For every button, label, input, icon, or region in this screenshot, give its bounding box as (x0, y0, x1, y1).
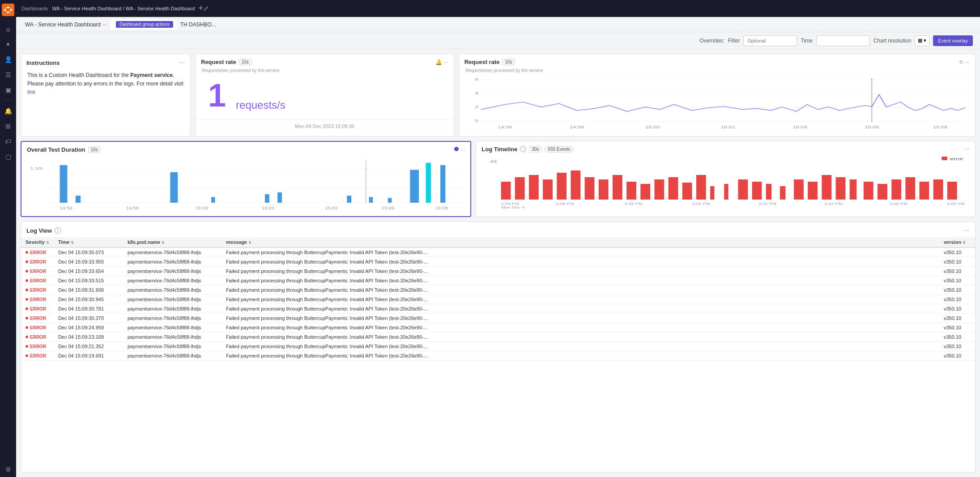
subnav-item-th[interactable]: TH DASHBO... (177, 20, 220, 30)
subnav-item-dashboard[interactable]: WA - Service Health Dashboard ··· (21, 20, 111, 30)
time-input[interactable] (816, 35, 870, 46)
svg-text:3:06 PM: 3:06 PM (890, 202, 908, 206)
sort-icon-severity: ⇅ (46, 241, 49, 245)
dots-icon[interactable]: ··· (444, 59, 448, 65)
request-rate-small-subtitle: Requests/sec processed by the service (196, 68, 454, 73)
overall-test-svg: 1.1m (25, 156, 467, 212)
table-row[interactable]: ERROR Dec 04 15:09:24.959 paymentservice… (21, 323, 975, 332)
monitor-icon[interactable]: ▣ (2, 84, 14, 96)
request-rate-timestamp: Mon 04 Dec 2023 15:09:30 (196, 119, 454, 132)
spark-icon[interactable]: ✦ (2, 38, 14, 51)
log-timeline-dots[interactable]: ··· (964, 145, 970, 153)
svg-rect-42 (515, 177, 525, 200)
svg-text:15:06: 15:06 (865, 125, 879, 129)
cell-pod: paymentservice-76d4c58f88-lhdjs (123, 257, 222, 267)
alert-icon[interactable]: 🔔 (2, 105, 14, 117)
log-view-dots[interactable]: ··· (964, 226, 970, 234)
svg-rect-53 (669, 177, 678, 200)
col-header-message[interactable]: message ⇅ (222, 237, 939, 247)
cell-version: v350.10 (939, 285, 975, 295)
cell-message: Failed payment processing through Butter… (222, 285, 939, 295)
col-header-pod[interactable]: k8s.pod.name ⇅ (123, 237, 222, 247)
request-rate-chart-header: Request rate 10s ↻ ··· (459, 54, 975, 68)
table-row[interactable]: ERROR Dec 04 15:09:35.073 paymentservice… (21, 247, 975, 257)
overall-test-icons: ··· (454, 147, 465, 153)
svg-rect-52 (655, 179, 665, 200)
cell-version: v350.10 (939, 314, 975, 323)
breadcrumb-root[interactable]: Dashboards (21, 6, 48, 11)
request-rate-chart-area: 6 4 2 0 14:56 14:58 15:00 15:02 (459, 75, 975, 133)
error-text: ERROR (30, 260, 46, 264)
request-rate-big-number-row: 1 requests/s (196, 75, 454, 116)
svg-rect-73 (947, 182, 957, 200)
sort-icon-message: ⇅ (248, 241, 251, 245)
breadcrumb: Dashboards WA - Service Health Dashboard… (21, 6, 195, 11)
request-rate-small-icons: 🔔 ··· (435, 59, 448, 65)
log-table-header-row: Severity ⇅ Time ⇅ k8s.pod.name ⇅ messa (21, 237, 975, 247)
error-text: ERROR (30, 335, 46, 340)
box-icon[interactable]: ▢ (2, 150, 14, 163)
table-row[interactable]: ERROR Dec 04 15:09:33.515 paymentservice… (21, 276, 975, 285)
table-row[interactable]: ERROR Dec 04 15:09:30.781 paymentservice… (21, 304, 975, 314)
overall-test-dots[interactable]: ··· (460, 147, 465, 153)
cell-pod: paymentservice-76d4c58f88-lhdjs (123, 351, 222, 361)
log-view-info-icon[interactable]: i (55, 227, 61, 234)
col-header-time[interactable]: Time ⇅ (54, 237, 123, 247)
app-logo[interactable] (2, 4, 14, 16)
tag-icon[interactable]: 🏷 (2, 135, 14, 148)
cell-time: Dec 04 15:09:33.515 (54, 276, 123, 285)
subnav-dots[interactable]: ··· (102, 21, 107, 28)
log-timeline-chart-area: 48 (476, 155, 975, 213)
instructions-menu[interactable]: ··· (179, 59, 185, 67)
bell-icon[interactable]: 🔔 (435, 59, 442, 65)
list-icon[interactable]: ☰ (2, 68, 14, 81)
instructions-header: Instructions ··· (21, 54, 190, 69)
instructions-link[interactable]: link (27, 89, 35, 95)
cell-time: Dec 04 15:09:30.370 (54, 314, 123, 323)
add-tab-button[interactable]: + (198, 4, 203, 13)
svg-rect-44 (543, 179, 553, 200)
cell-version: v350.10 (939, 351, 975, 361)
request-rate-small-title: Request rate (201, 59, 236, 65)
svg-text:0: 0 (475, 119, 478, 124)
svg-rect-22 (170, 172, 178, 203)
event-overlay-button[interactable]: Event overlay (933, 35, 973, 46)
filter-label: Filter (728, 38, 740, 44)
table-row[interactable]: ERROR Dec 04 15:09:21.352 paymentservice… (21, 342, 975, 351)
error-dot (26, 298, 28, 301)
refresh-icon[interactable]: ↻ (959, 59, 963, 65)
cell-pod: paymentservice-76d4c58f88-lhdjs (123, 295, 222, 304)
sidebar-divider (4, 100, 13, 101)
chart-dots-icon[interactable]: ··· (965, 59, 970, 65)
user-icon[interactable]: 👤 (2, 53, 14, 66)
cell-version: v350.10 (939, 257, 975, 267)
col-header-version[interactable]: version ⇅ (939, 237, 975, 247)
cell-version: v350.10 (939, 332, 975, 342)
subnav-item-group-actions[interactable]: Dashboard group actions (111, 19, 177, 30)
svg-rect-25 (277, 192, 282, 203)
home-icon[interactable]: ⌂ (2, 23, 14, 35)
cell-severity: ERROR (21, 342, 54, 351)
cell-pod: paymentservice-76d4c58f88-lhdjs (123, 342, 222, 351)
filter-input[interactable] (743, 35, 797, 46)
table-row[interactable]: ERROR Dec 04 15:09:19.691 paymentservice… (21, 351, 975, 361)
chart-resolution-button[interactable]: ▦ ▾ (915, 35, 929, 46)
table-row[interactable]: ERROR Dec 04 15:09:33.654 paymentservice… (21, 267, 975, 276)
table-row[interactable]: ERROR Dec 04 15:09:33.955 paymentservice… (21, 257, 975, 267)
error-dot (26, 336, 28, 338)
cell-pod: paymentservice-76d4c58f88-lhdjs (123, 285, 222, 295)
svg-rect-23 (211, 197, 215, 203)
cell-message: Failed payment processing through Butter… (222, 332, 939, 342)
gear-icon[interactable]: ⚙ (2, 463, 14, 476)
table-row[interactable]: ERROR Dec 04 15:09:30.370 paymentservice… (21, 314, 975, 323)
expand-button[interactable]: ⤢ (203, 5, 209, 12)
log-timeline-title: Log Timeline (481, 146, 517, 153)
apps-icon[interactable]: ⊞ (2, 120, 14, 132)
table-row[interactable]: ERROR Dec 04 15:09:23.109 paymentservice… (21, 332, 975, 342)
log-table-body: ERROR Dec 04 15:09:35.073 paymentservice… (21, 247, 975, 361)
log-timeline-info-icon[interactable]: i (520, 146, 526, 152)
table-row[interactable]: ERROR Dec 04 15:09:30.945 paymentservice… (21, 295, 975, 304)
table-row[interactable]: ERROR Dec 04 15:09:31.606 paymentservice… (21, 285, 975, 295)
col-header-severity[interactable]: Severity ⇅ (21, 237, 54, 247)
instructions-text-prefix: This is a Custom Health Dashboard for th… (27, 72, 130, 78)
